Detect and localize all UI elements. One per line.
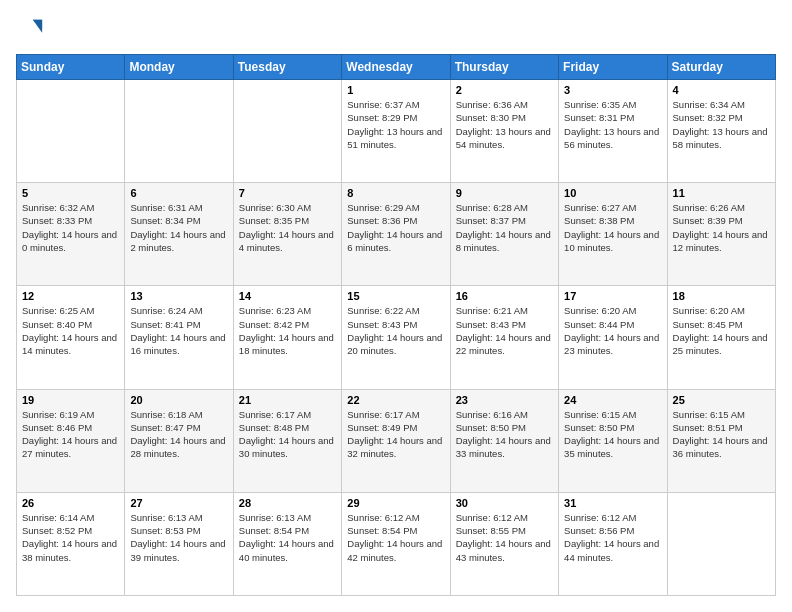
calendar-header-row: SundayMondayTuesdayWednesdayThursdayFrid… <box>17 55 776 80</box>
calendar-cell: 1Sunrise: 6:37 AM Sunset: 8:29 PM Daylig… <box>342 80 450 183</box>
day-number: 15 <box>347 290 444 302</box>
day-info: Sunrise: 6:24 AM Sunset: 8:41 PM Dayligh… <box>130 304 227 357</box>
calendar-header-thursday: Thursday <box>450 55 558 80</box>
day-number: 5 <box>22 187 119 199</box>
calendar-cell: 25Sunrise: 6:15 AM Sunset: 8:51 PM Dayli… <box>667 389 775 492</box>
day-number: 19 <box>22 394 119 406</box>
day-number: 13 <box>130 290 227 302</box>
calendar-cell: 2Sunrise: 6:36 AM Sunset: 8:30 PM Daylig… <box>450 80 558 183</box>
day-info: Sunrise: 6:30 AM Sunset: 8:35 PM Dayligh… <box>239 201 336 254</box>
day-info: Sunrise: 6:26 AM Sunset: 8:39 PM Dayligh… <box>673 201 770 254</box>
day-info: Sunrise: 6:17 AM Sunset: 8:49 PM Dayligh… <box>347 408 444 461</box>
calendar-cell <box>125 80 233 183</box>
day-info: Sunrise: 6:20 AM Sunset: 8:45 PM Dayligh… <box>673 304 770 357</box>
day-number: 17 <box>564 290 661 302</box>
calendar-header-monday: Monday <box>125 55 233 80</box>
day-info: Sunrise: 6:23 AM Sunset: 8:42 PM Dayligh… <box>239 304 336 357</box>
calendar-cell: 15Sunrise: 6:22 AM Sunset: 8:43 PM Dayli… <box>342 286 450 389</box>
day-info: Sunrise: 6:32 AM Sunset: 8:33 PM Dayligh… <box>22 201 119 254</box>
page: SundayMondayTuesdayWednesdayThursdayFrid… <box>0 0 792 612</box>
day-number: 31 <box>564 497 661 509</box>
day-number: 10 <box>564 187 661 199</box>
day-number: 3 <box>564 84 661 96</box>
calendar-cell: 13Sunrise: 6:24 AM Sunset: 8:41 PM Dayli… <box>125 286 233 389</box>
calendar-cell: 30Sunrise: 6:12 AM Sunset: 8:55 PM Dayli… <box>450 492 558 595</box>
calendar-cell: 7Sunrise: 6:30 AM Sunset: 8:35 PM Daylig… <box>233 183 341 286</box>
day-info: Sunrise: 6:12 AM Sunset: 8:54 PM Dayligh… <box>347 511 444 564</box>
day-number: 6 <box>130 187 227 199</box>
day-info: Sunrise: 6:15 AM Sunset: 8:51 PM Dayligh… <box>673 408 770 461</box>
day-info: Sunrise: 6:37 AM Sunset: 8:29 PM Dayligh… <box>347 98 444 151</box>
day-number: 4 <box>673 84 770 96</box>
logo-icon <box>16 16 44 44</box>
calendar-cell: 12Sunrise: 6:25 AM Sunset: 8:40 PM Dayli… <box>17 286 125 389</box>
calendar-cell: 17Sunrise: 6:20 AM Sunset: 8:44 PM Dayli… <box>559 286 667 389</box>
calendar-cell: 31Sunrise: 6:12 AM Sunset: 8:56 PM Dayli… <box>559 492 667 595</box>
calendar-header-saturday: Saturday <box>667 55 775 80</box>
day-info: Sunrise: 6:17 AM Sunset: 8:48 PM Dayligh… <box>239 408 336 461</box>
calendar-header-friday: Friday <box>559 55 667 80</box>
day-number: 2 <box>456 84 553 96</box>
calendar-cell: 20Sunrise: 6:18 AM Sunset: 8:47 PM Dayli… <box>125 389 233 492</box>
day-number: 9 <box>456 187 553 199</box>
day-number: 21 <box>239 394 336 406</box>
calendar-header-sunday: Sunday <box>17 55 125 80</box>
day-number: 22 <box>347 394 444 406</box>
calendar-cell <box>233 80 341 183</box>
calendar-week-row: 12Sunrise: 6:25 AM Sunset: 8:40 PM Dayli… <box>17 286 776 389</box>
day-number: 24 <box>564 394 661 406</box>
day-number: 18 <box>673 290 770 302</box>
calendar-header-tuesday: Tuesday <box>233 55 341 80</box>
day-info: Sunrise: 6:12 AM Sunset: 8:55 PM Dayligh… <box>456 511 553 564</box>
calendar-cell: 16Sunrise: 6:21 AM Sunset: 8:43 PM Dayli… <box>450 286 558 389</box>
svg-marker-1 <box>33 20 42 33</box>
calendar-cell: 10Sunrise: 6:27 AM Sunset: 8:38 PM Dayli… <box>559 183 667 286</box>
day-info: Sunrise: 6:25 AM Sunset: 8:40 PM Dayligh… <box>22 304 119 357</box>
calendar-cell: 22Sunrise: 6:17 AM Sunset: 8:49 PM Dayli… <box>342 389 450 492</box>
day-info: Sunrise: 6:20 AM Sunset: 8:44 PM Dayligh… <box>564 304 661 357</box>
calendar-cell: 3Sunrise: 6:35 AM Sunset: 8:31 PM Daylig… <box>559 80 667 183</box>
day-number: 27 <box>130 497 227 509</box>
calendar-cell: 9Sunrise: 6:28 AM Sunset: 8:37 PM Daylig… <box>450 183 558 286</box>
calendar-cell: 27Sunrise: 6:13 AM Sunset: 8:53 PM Dayli… <box>125 492 233 595</box>
calendar-cell: 18Sunrise: 6:20 AM Sunset: 8:45 PM Dayli… <box>667 286 775 389</box>
calendar-cell: 6Sunrise: 6:31 AM Sunset: 8:34 PM Daylig… <box>125 183 233 286</box>
day-number: 12 <box>22 290 119 302</box>
day-info: Sunrise: 6:27 AM Sunset: 8:38 PM Dayligh… <box>564 201 661 254</box>
day-number: 7 <box>239 187 336 199</box>
header <box>16 16 776 44</box>
logo <box>16 16 48 44</box>
calendar-cell: 11Sunrise: 6:26 AM Sunset: 8:39 PM Dayli… <box>667 183 775 286</box>
day-number: 20 <box>130 394 227 406</box>
calendar-cell: 28Sunrise: 6:13 AM Sunset: 8:54 PM Dayli… <box>233 492 341 595</box>
day-info: Sunrise: 6:16 AM Sunset: 8:50 PM Dayligh… <box>456 408 553 461</box>
day-info: Sunrise: 6:14 AM Sunset: 8:52 PM Dayligh… <box>22 511 119 564</box>
day-info: Sunrise: 6:12 AM Sunset: 8:56 PM Dayligh… <box>564 511 661 564</box>
day-info: Sunrise: 6:35 AM Sunset: 8:31 PM Dayligh… <box>564 98 661 151</box>
day-number: 8 <box>347 187 444 199</box>
day-info: Sunrise: 6:34 AM Sunset: 8:32 PM Dayligh… <box>673 98 770 151</box>
calendar-week-row: 5Sunrise: 6:32 AM Sunset: 8:33 PM Daylig… <box>17 183 776 286</box>
day-info: Sunrise: 6:29 AM Sunset: 8:36 PM Dayligh… <box>347 201 444 254</box>
calendar-header-wednesday: Wednesday <box>342 55 450 80</box>
day-number: 25 <box>673 394 770 406</box>
day-number: 14 <box>239 290 336 302</box>
calendar-cell: 23Sunrise: 6:16 AM Sunset: 8:50 PM Dayli… <box>450 389 558 492</box>
day-number: 16 <box>456 290 553 302</box>
day-number: 23 <box>456 394 553 406</box>
calendar-cell: 26Sunrise: 6:14 AM Sunset: 8:52 PM Dayli… <box>17 492 125 595</box>
calendar-cell: 21Sunrise: 6:17 AM Sunset: 8:48 PM Dayli… <box>233 389 341 492</box>
day-info: Sunrise: 6:36 AM Sunset: 8:30 PM Dayligh… <box>456 98 553 151</box>
calendar-cell: 4Sunrise: 6:34 AM Sunset: 8:32 PM Daylig… <box>667 80 775 183</box>
day-number: 29 <box>347 497 444 509</box>
calendar-week-row: 26Sunrise: 6:14 AM Sunset: 8:52 PM Dayli… <box>17 492 776 595</box>
calendar-cell: 29Sunrise: 6:12 AM Sunset: 8:54 PM Dayli… <box>342 492 450 595</box>
day-info: Sunrise: 6:13 AM Sunset: 8:54 PM Dayligh… <box>239 511 336 564</box>
calendar-cell <box>17 80 125 183</box>
day-info: Sunrise: 6:22 AM Sunset: 8:43 PM Dayligh… <box>347 304 444 357</box>
day-info: Sunrise: 6:15 AM Sunset: 8:50 PM Dayligh… <box>564 408 661 461</box>
calendar-cell: 24Sunrise: 6:15 AM Sunset: 8:50 PM Dayli… <box>559 389 667 492</box>
day-number: 11 <box>673 187 770 199</box>
day-info: Sunrise: 6:21 AM Sunset: 8:43 PM Dayligh… <box>456 304 553 357</box>
calendar-week-row: 19Sunrise: 6:19 AM Sunset: 8:46 PM Dayli… <box>17 389 776 492</box>
